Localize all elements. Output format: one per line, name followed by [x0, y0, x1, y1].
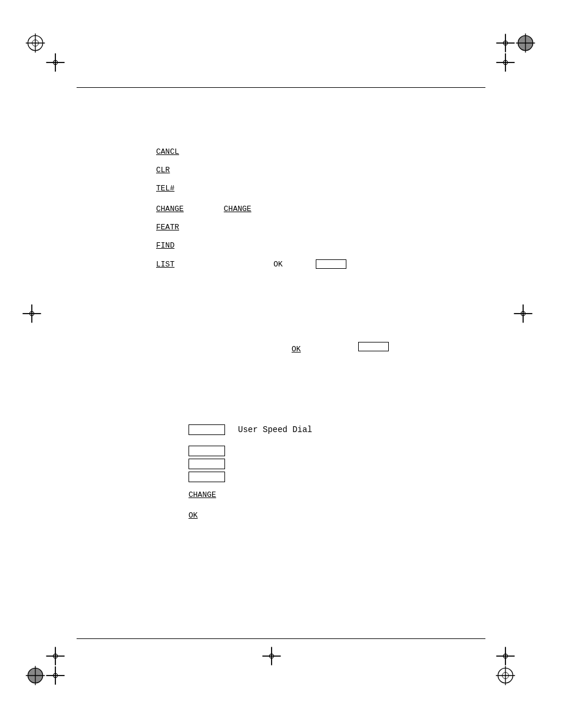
reg-mark-bl-inner [45, 645, 66, 667]
ok1-standalone: OK [292, 345, 301, 354]
stack-input-3[interactable] [189, 472, 225, 482]
reg-mark-tr-cross [495, 32, 516, 54]
bottom-rule [77, 638, 485, 639]
change3-section: CHANGE [189, 490, 312, 499]
reg-mark-bl-outer [25, 665, 46, 686]
main-content-upper: CANCL CLR TEL# CHANGE CHANGE FEATR FIND … [156, 100, 491, 278]
list-row: LIST OK [156, 259, 491, 269]
speed-dial-row: User Speed Dial [189, 424, 312, 435]
reg-mark-tr-outer [515, 32, 536, 54]
cancl-label: CANCL [156, 147, 491, 156]
change3-label: CHANGE [189, 490, 312, 499]
tel-label: TEL# [156, 184, 491, 193]
tel-section: TEL# [156, 184, 491, 193]
stack-input-boxes [189, 446, 312, 482]
reg-mark-tl-inner [45, 52, 66, 73]
change2-label: CHANGE [224, 205, 252, 213]
stack-input-2[interactable] [189, 459, 225, 469]
reg-mark-tl-outer [25, 32, 46, 54]
top-rule [77, 87, 485, 88]
speed-dial-input[interactable] [189, 424, 225, 435]
change1-label: CHANGE [156, 205, 184, 213]
cancl-section: CANCL [156, 147, 491, 156]
reg-mark-bc [261, 645, 282, 667]
ok2-section: OK [189, 511, 312, 520]
reg-mark-bl-cross2 [45, 665, 66, 686]
stack-input-1[interactable] [189, 446, 225, 456]
lower-section: User Speed Dial CHANGE OK [189, 424, 312, 523]
ok2-label: OK [189, 511, 312, 520]
featr-section: FEATR [156, 223, 491, 232]
change-row: CHANGE CHANGE [156, 205, 491, 213]
find-section: FIND [156, 241, 491, 250]
clr-section: CLR [156, 166, 491, 174]
change-section: CHANGE CHANGE [156, 205, 491, 213]
reg-mark-br-cross [495, 645, 516, 667]
reg-mark-ml [21, 303, 42, 324]
user-speed-dial-label: User Speed Dial [238, 425, 312, 434]
find-label: FIND [156, 241, 491, 250]
featr-label: FEATR [156, 223, 491, 232]
ok1-label: OK [273, 260, 283, 269]
reg-mark-tr-inner [495, 52, 516, 73]
list-section: LIST OK [156, 259, 491, 269]
list-side-input[interactable] [358, 342, 389, 351]
list-input-box[interactable] [316, 259, 346, 269]
reg-mark-br-outer [495, 665, 516, 686]
list-label: LIST [156, 260, 174, 269]
clr-label: CLR [156, 166, 491, 174]
reg-mark-mr [513, 303, 534, 324]
